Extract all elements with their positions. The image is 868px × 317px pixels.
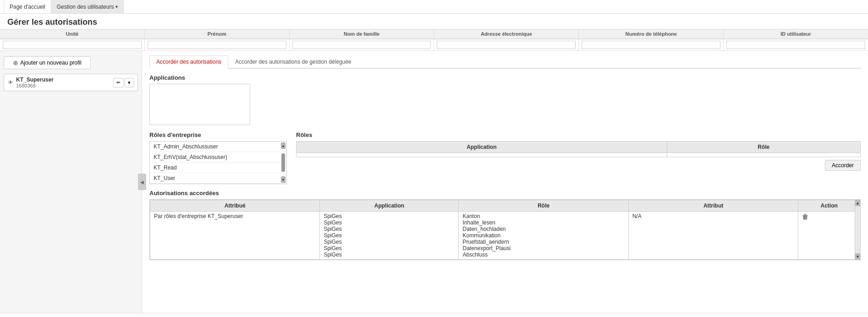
col-header-id: ID utilisateur <box>724 29 868 38</box>
eye-icon: 👁 <box>8 79 13 86</box>
table-row <box>297 153 861 157</box>
granted-attrib-cell: Par rôles d'entreprise KT_Superuser <box>150 212 320 260</box>
applications-title: Applications <box>149 74 861 81</box>
tab-grant-permissions[interactable]: Accorder des autorisations <box>149 55 228 69</box>
filter-cell-phone <box>579 39 724 50</box>
applications-box[interactable] <box>149 84 250 125</box>
granted-role-item: Datenexport_Plausi <box>462 245 624 251</box>
scroll-track <box>855 206 860 253</box>
add-profile-button[interactable]: ⊕ Ajouter un nouveau profil <box>4 56 91 69</box>
table-row: Par rôles d'entreprise KT_Superuser SpiG… <box>150 212 860 260</box>
scroll-down-button[interactable]: ▼ <box>281 176 286 183</box>
list-item[interactable]: KT_Admin_Abschlussuser <box>150 142 286 152</box>
tabs-bar: Accorder des autorisations Accorder des … <box>149 55 861 69</box>
granted-app-item: SpiGes <box>324 251 455 258</box>
top-navigation: Page d'accueil Gestion des utilisateurs … <box>0 0 868 14</box>
col-header-prenom: Prénom <box>145 29 290 38</box>
right-panel: Accorder des autorisations Accorder des … <box>142 51 868 313</box>
chevron-down-icon: ▾ <box>115 4 118 9</box>
filter-cell-unite <box>0 39 145 50</box>
granted-scrollbar[interactable]: ▲ ▼ <box>855 200 860 260</box>
granted-role-item: Kanton <box>462 213 624 219</box>
filter-input-nom[interactable] <box>292 41 431 49</box>
two-col-section: Rôles d'entreprise KT_Admin_Abschlussuse… <box>149 131 861 184</box>
tab-delegated-permissions[interactable]: Accorder des autorisations de gestion dé… <box>228 55 358 69</box>
granted-col-action: Action <box>798 200 860 212</box>
granted-table: Attribué Application Rôle Attribut Actio… <box>150 200 860 260</box>
roles-table-col-role: Rôle <box>667 142 860 153</box>
granted-role-item: Kommunikation <box>462 232 624 239</box>
list-item[interactable]: KT_Read <box>150 163 286 173</box>
granted-action-cell: 🗑 <box>798 212 860 260</box>
nav-home[interactable]: Page d'accueil <box>4 0 51 13</box>
filter-cell-prenom <box>145 39 290 50</box>
col-header-nom: Nom de famille <box>290 29 434 38</box>
filter-input-email[interactable] <box>437 41 576 49</box>
sidebar: ⊕ Ajouter un nouveau profil 👁 KT_Superus… <box>0 51 142 313</box>
granted-col-app: Application <box>320 200 459 212</box>
delete-button[interactable]: 🗑 <box>802 213 808 220</box>
main-content: ⊕ Ajouter un nouveau profil 👁 KT_Superus… <box>0 51 868 313</box>
granted-app-item: SpiGes <box>324 232 455 239</box>
accorder-button[interactable]: Accorder <box>825 160 861 171</box>
filter-input-phone[interactable] <box>582 41 720 49</box>
col-enterprise-roles: Rôles d'entreprise KT_Admin_Abschlussuse… <box>149 131 287 184</box>
filter-input-row <box>0 39 868 51</box>
scroll-thumb <box>281 153 285 172</box>
profile-id: 1680368 <box>16 83 113 88</box>
scrollbar[interactable]: ▲ ▼ <box>281 142 286 183</box>
profile-edit-button[interactable]: ✏ <box>113 78 124 87</box>
filter-header-row: Unité Prénom Nom de famille Adresse élec… <box>0 29 868 39</box>
roles-table: Application Rôle <box>296 141 861 157</box>
roles-table-col-application: Application <box>297 142 667 153</box>
granted-app-item: SpiGes <box>324 245 455 251</box>
granted-role-item: Inhalte_lesen <box>462 219 624 226</box>
list-item[interactable]: KT_User <box>150 173 286 184</box>
bottom-bar: Retour à la sélection de l'utilisateur C… <box>0 313 868 317</box>
col-header-email: Adresse électronique <box>434 29 579 38</box>
profile-name: KT_Superuser <box>16 77 113 83</box>
nav-user-mgmt[interactable]: Gestion des utilisateurs ▾ <box>51 0 124 13</box>
filter-cell-id <box>724 39 868 50</box>
plus-circle-icon: ⊕ <box>13 59 18 66</box>
roles-role-cell <box>667 153 860 157</box>
granted-title: Autorisations accordées <box>149 190 861 197</box>
filter-input-id[interactable] <box>726 41 865 49</box>
filter-input-unite[interactable] <box>3 41 142 49</box>
granted-role-item: Abschluss <box>462 251 624 258</box>
filter-cell-email <box>434 39 579 50</box>
granted-role-cell: Kanton Inhalte_lesen Daten_hochladen Kom… <box>459 212 628 260</box>
granted-app-item: SpiGes <box>324 219 455 226</box>
granted-role-item: Daten_hochladen <box>462 226 624 232</box>
profile-dropdown-button[interactable]: ▾ <box>125 78 134 87</box>
scroll-down-btn[interactable]: ▼ <box>855 253 860 260</box>
col-roles: Rôles Application Rôle <box>296 131 861 184</box>
granted-app-item: SpiGes <box>324 226 455 232</box>
roles-app-cell <box>297 153 667 157</box>
page-title: Gérer les autorisations <box>7 17 861 27</box>
profile-actions: ✏ ▾ <box>113 78 134 87</box>
profile-item: 👁 KT_Superuser 1680368 ✏ ▾ <box>4 74 138 91</box>
granted-col-role: Rôle <box>459 200 628 212</box>
roles-title: Rôles <box>296 131 861 138</box>
granted-role-item: Pruefstati_aendern <box>462 239 624 245</box>
page-title-bar: Gérer les autorisations <box>0 14 868 29</box>
enterprise-roles-title: Rôles d'entreprise <box>149 131 287 138</box>
granted-app-item: SpiGes <box>324 213 455 219</box>
collapse-handle[interactable]: ◀ <box>138 174 146 190</box>
col-header-phone: Numéro de téléphone <box>579 29 724 38</box>
granted-app-cell: SpiGes SpiGes SpiGes SpiGes SpiGes SpiGe… <box>320 212 459 260</box>
granted-table-wrap: Attribué Application Rôle Attribut Actio… <box>149 199 861 260</box>
granted-col-attrib: Attribué <box>150 200 320 212</box>
scroll-up-button[interactable]: ▲ <box>281 142 286 149</box>
col-header-unite: Unité <box>0 29 145 38</box>
enterprise-roles-list: KT_Admin_Abschlussuser KT_ErhV(stat_Absc… <box>149 141 287 184</box>
granted-app-item: SpiGes <box>324 239 455 245</box>
scroll-up-btn[interactable]: ▲ <box>855 200 860 206</box>
profile-info: KT_Superuser 1680368 <box>16 77 113 88</box>
accorder-btn-row: Accorder <box>296 160 861 171</box>
list-item[interactable]: KT_ErhV(stat_Abschlussuser) <box>150 152 286 163</box>
granted-col-attribut: Attribut <box>628 200 798 212</box>
filter-input-prenom[interactable] <box>148 41 286 49</box>
granted-attribut-cell: N/A <box>628 212 798 260</box>
